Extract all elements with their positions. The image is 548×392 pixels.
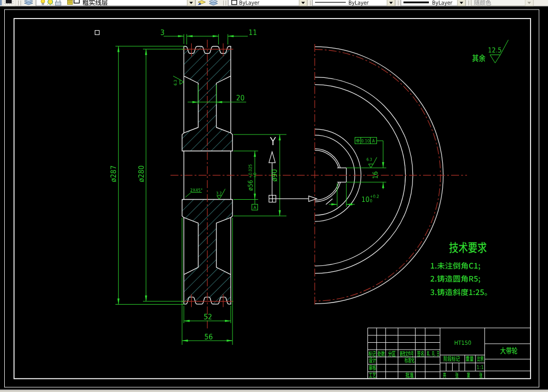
toolbar: [0, 0, 548, 6]
drawing-area[interactable]: [0, 0, 548, 390]
command-area-edge: [0, 390, 548, 392]
toolbar-gripper-3[interactable]: [310, 1, 310, 6]
cad-canvas: [0, 0, 548, 392]
make-layer-current-button[interactable]: [196, 0, 207, 6]
plot-style-dropdown-arrow-button: [525, 0, 533, 6]
lineweight-sample-icon: [403, 2, 429, 3]
model-space-background: [0, 7, 548, 390]
layer-color-chip[interactable]: [74, 0, 79, 3]
layer-plot-icon[interactable]: [67, 0, 73, 4]
layer-dropdown[interactable]: [36, 0, 195, 6]
linetype-dropdown[interactable]: [312, 0, 395, 6]
color-dropdown-arrow-button[interactable]: [299, 0, 307, 6]
toolbar-gripper-4[interactable]: [398, 1, 398, 6]
command-area-strip: [0, 390, 548, 392]
cad-application-window: [0, 0, 548, 392]
color-chip: [232, 0, 237, 4]
layer-properties-button[interactable]: [23, 0, 34, 6]
layer-previous-button[interactable]: [208, 0, 218, 6]
partial-icon[interactable]: [0, 0, 2, 5]
black-square-icon: [6, 0, 12, 3]
lineweight-dropdown-arrow-button[interactable]: [457, 0, 465, 6]
linetype-dropdown-arrow-button[interactable]: [387, 0, 395, 6]
layer-dropdown-arrow-button[interactable]: [187, 0, 195, 6]
toolbar-gripper-5[interactable]: [468, 1, 469, 6]
named-view-button[interactable]: [3, 0, 15, 6]
